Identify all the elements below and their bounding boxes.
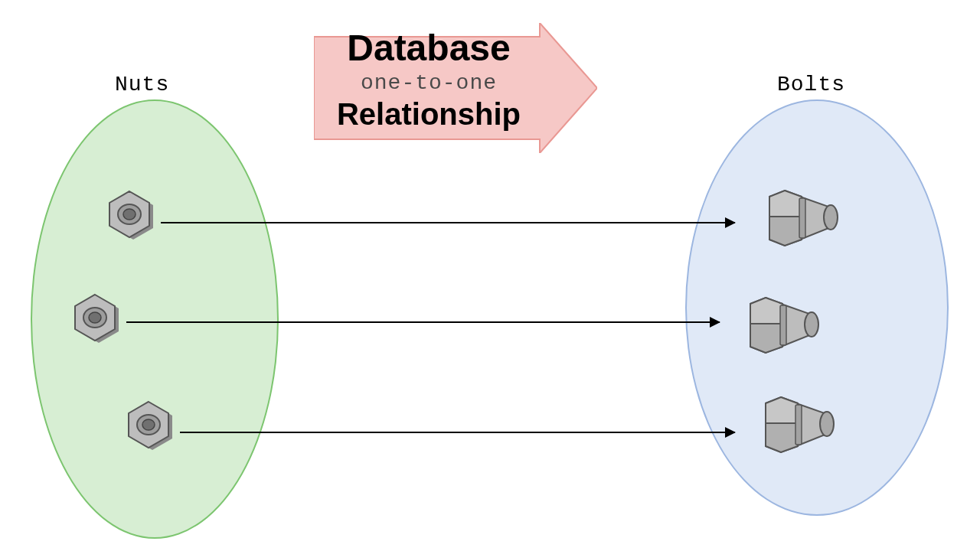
- svg-rect-18: [799, 198, 805, 238]
- title-line3: Relationship: [314, 98, 544, 130]
- relationship-arrow: [180, 432, 735, 433]
- nut-icon: [119, 398, 178, 461]
- bolt-icon: [739, 287, 823, 367]
- left-set-label: Nuts: [115, 73, 169, 96]
- diagram-canvas: Nuts Bolts Database one-to-one Relations…: [0, 0, 980, 551]
- svg-marker-29: [766, 423, 798, 452]
- relationship-arrow: [161, 222, 735, 223]
- title-arrow: Database one-to-one Relationship: [314, 23, 597, 153]
- bolt-icon: [754, 386, 838, 466]
- svg-marker-17: [769, 217, 802, 246]
- title-line2: one-to-one: [314, 72, 544, 94]
- svg-rect-30: [795, 405, 802, 445]
- svg-point-19: [805, 312, 818, 337]
- svg-rect-24: [780, 305, 786, 345]
- svg-point-12: [142, 419, 155, 430]
- svg-marker-28: [766, 397, 798, 423]
- nut-icon: [65, 291, 125, 354]
- bolt-icon: [758, 180, 842, 259]
- relationship-arrow: [126, 321, 720, 323]
- svg-point-25: [820, 412, 834, 436]
- svg-marker-16: [769, 191, 802, 217]
- svg-marker-22: [750, 298, 782, 324]
- right-set-label: Bolts: [777, 73, 845, 96]
- title-line1: Database: [314, 29, 544, 67]
- svg-point-4: [123, 209, 136, 220]
- svg-marker-23: [750, 324, 782, 353]
- nut-icon: [100, 187, 159, 250]
- svg-point-8: [89, 312, 101, 323]
- svg-point-13: [824, 205, 838, 230]
